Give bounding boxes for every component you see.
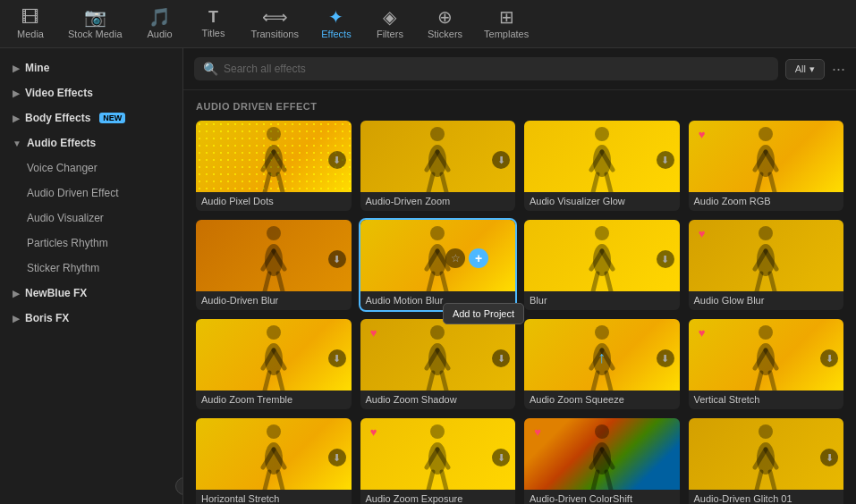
chevron-right-icon: ▶ (13, 113, 20, 123)
sidebar-boris-fx-label: Boris FX (25, 312, 69, 324)
card-thumbnail: ♥ (689, 121, 844, 192)
card-thumbnail: ⬇ (196, 319, 352, 391)
svg-line-83 (442, 472, 446, 490)
effect-card-audio-driven-glitch-01[interactable]: ⬇ Audio-Driven Glitch 01 (689, 418, 844, 504)
nav-templates[interactable]: ⊞ Templates (473, 4, 539, 43)
download-icon[interactable]: ⬇ (492, 349, 510, 367)
svg-line-88 (593, 472, 598, 490)
svg-point-12 (595, 127, 609, 141)
svg-point-66 (759, 325, 773, 340)
download-icon[interactable]: ⬇ (492, 151, 510, 169)
content-panel: 🔍 All ▾ ··· AUDIO DRIVEN EFFECT ⬇ (183, 48, 856, 504)
nav-transitions[interactable]: ⟺ Transitions (241, 4, 309, 43)
nav-effects[interactable]: ✦ Effects (309, 4, 363, 43)
effect-card-audio-zoom-shadow[interactable]: ♥ ⬇ Audio Zoom Shadow (360, 319, 516, 409)
effect-card-audio-zoom-exposure[interactable]: ♥ ⬇ Audio Zoom Exposure (360, 418, 516, 504)
svg-point-84 (595, 424, 609, 439)
effect-card-vertical-stretch[interactable]: ♥ ⬇ Vertical Stretch (689, 319, 844, 409)
effect-card-audio-driven-zoom[interactable]: ⬇ Audio-Driven Zoom (360, 121, 516, 211)
favorite-icon[interactable]: ♥ (694, 225, 710, 241)
nav-stock-media[interactable]: 📷 Stock Media (57, 4, 133, 43)
sidebar-item-audio-driven-effect[interactable]: Audio Driven Effect (0, 181, 182, 206)
nav-stickers[interactable]: ⊕ Stickers (417, 4, 473, 43)
sidebar-body-effects-label: Body Effects (25, 112, 90, 124)
download-icon[interactable]: ⬇ (820, 349, 838, 367)
nav-audio[interactable]: 🎵 Audio (133, 4, 187, 43)
download-icon[interactable]: ⬇ (328, 151, 346, 169)
nav-filters[interactable]: ◈ Filters (363, 4, 417, 43)
download-icon[interactable]: ⬇ (657, 151, 674, 169)
audio-icon: 🎵 (148, 8, 171, 26)
effect-card-audio-glow-blur[interactable]: ♥ Audio Glow Blur (689, 220, 844, 310)
sidebar-item-audio-effects[interactable]: ▼ Audio Effects (0, 130, 182, 155)
effect-card-audio-zoom-squeeze[interactable]: ⬇ ↑ Audio Zoom Squeeze (524, 319, 680, 409)
sidebar-item-mine[interactable]: ▶ Mine (0, 55, 182, 80)
svg-line-58 (428, 373, 433, 391)
effect-card-audio-driven-colorshift[interactable]: ♥ Audio-Driven ColorShift (524, 418, 680, 504)
card-label: Audio Zoom Shadow (360, 391, 516, 409)
section-title: AUDIO DRIVEN EFFECT (196, 101, 843, 112)
download-icon[interactable]: ⬇ (657, 250, 674, 268)
download-icon[interactable]: ⬇ (328, 449, 346, 466)
effect-card-audio-motion-blur[interactable]: ☆ + Audio Motion Blur Add to Project (360, 220, 516, 310)
nav-titles-label: Titles (202, 28, 225, 38)
search-input[interactable] (224, 63, 769, 75)
card-thumbnail: ⬇ (689, 418, 844, 490)
sidebar-item-body-effects[interactable]: ▶ Body Effects NEW (0, 105, 182, 130)
download-icon[interactable]: ⬇ (820, 449, 838, 466)
card-label: Audio-Driven Blur (196, 291, 352, 310)
download-icon[interactable]: ⬇ (492, 449, 510, 466)
favorite-icon[interactable]: ♥ (366, 324, 382, 340)
favorite-icon[interactable]: ♥ (694, 324, 710, 340)
nav-media-label: Media (17, 29, 44, 39)
favorite-icon[interactable]: ♥ (530, 424, 546, 440)
svg-line-71 (770, 373, 775, 391)
sidebar-audio-driven-effect-label: Audio Driven Effect (27, 187, 119, 199)
nav-templates-label: Templates (484, 29, 529, 39)
effect-card-audio-driven-blur[interactable]: ⬇ Audio-Driven Blur (196, 220, 352, 310)
download-icon[interactable]: ⬇ (328, 349, 346, 367)
effect-card-audio-visualizer-glow[interactable]: ⬇ Audio Visualizer Glow (524, 121, 680, 211)
sidebar-content: ▶ Mine ▶ Video Effects ▶ Body Effects NE… (0, 55, 182, 497)
favorite-icon[interactable]: ♥ (694, 126, 710, 142)
sidebar-item-boris-fx[interactable]: ▶ Boris FX (0, 306, 182, 331)
svg-line-34 (428, 273, 433, 291)
download-icon[interactable]: ⬇ (657, 349, 674, 367)
download-icon[interactable]: ⬇ (328, 250, 346, 268)
card-label: Audio Visualizer Glow (524, 192, 680, 211)
effects-grid-area: AUDIO DRIVEN EFFECT ⬇ Audio Pixel Dots (183, 90, 856, 504)
sidebar-item-particles-rhythm[interactable]: Particles Rhythm (0, 231, 182, 256)
sidebar-item-sticker-rhythm[interactable]: Sticker Rhythm (0, 256, 182, 281)
sidebar-audio-visualizer-label: Audio Visualizer (27, 212, 104, 224)
figure (689, 121, 844, 192)
sidebar-item-newblue-fx[interactable]: ▶ NewBlue FX (0, 281, 182, 306)
card-thumbnail: ⬇ (196, 418, 352, 490)
sidebar-voice-changer-label: Voice Changer (27, 162, 97, 174)
svg-point-6 (430, 127, 445, 141)
sidebar-item-voice-changer[interactable]: Voice Changer (0, 155, 182, 181)
sidebar-particles-rhythm-label: Particles Rhythm (27, 237, 108, 249)
collapse-icon: ‹ (182, 482, 183, 491)
svg-line-59 (442, 373, 446, 391)
nav-titles[interactable]: T Titles (187, 5, 241, 42)
search-input-wrap[interactable]: 🔍 (194, 57, 778, 80)
effect-card-blur[interactable]: ⬇ Blur (524, 220, 680, 310)
favorite-icon[interactable]: ♥ (366, 424, 382, 440)
card-label: Audio Zoom RGB (689, 192, 844, 211)
svg-line-47 (770, 273, 775, 291)
effect-card-audio-zoom-tremble[interactable]: ⬇ Audio Zoom Tremble (196, 319, 352, 409)
effect-card-audio-zoom-rgb[interactable]: ♥ Audio Zoom RGB (689, 121, 844, 211)
add-icon[interactable]: + (469, 248, 488, 268)
svg-point-54 (430, 325, 445, 340)
sidebar-item-audio-visualizer[interactable]: Audio Visualizer (0, 206, 182, 231)
more-options-button[interactable]: ··· (832, 60, 845, 79)
effect-card-horizontal-stretch[interactable]: ⬇ Horizontal Stretch (196, 418, 352, 504)
star-icon[interactable]: ☆ (445, 248, 465, 268)
filter-button[interactable]: All ▾ (785, 59, 825, 80)
effect-card-audio-pixel-dots[interactable]: ⬇ Audio Pixel Dots (196, 121, 352, 211)
top-nav: 🎞 Media 📷 Stock Media 🎵 Audio T Titles ⟺… (0, 0, 856, 48)
chevron-right-icon: ▶ (13, 88, 20, 98)
sidebar-item-video-effects[interactable]: ▶ Video Effects (0, 80, 182, 105)
nav-media[interactable]: 🎞 Media (4, 4, 57, 43)
add-to-project-popup[interactable]: Add to Project (443, 303, 524, 324)
